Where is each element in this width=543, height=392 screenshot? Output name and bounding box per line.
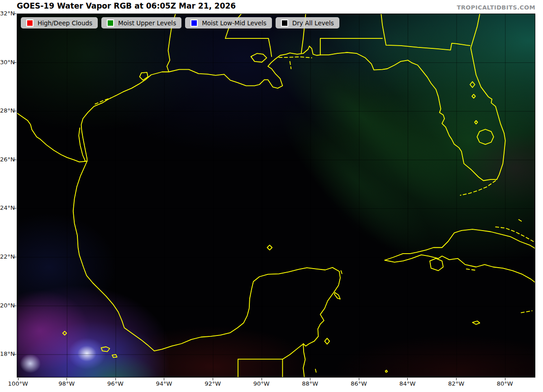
atlantic-coast <box>471 14 505 179</box>
florida-keys <box>460 181 495 195</box>
satellite-image-page: GOES-19 Water Vapor RGB at 06:05Z Mar 21… <box>0 0 543 392</box>
turneffe-atoll <box>315 369 317 374</box>
legend-label: High/Deep Clouds <box>38 19 92 27</box>
lon-tick-label: 92°W <box>198 380 227 387</box>
lat-tick-label: 20°N <box>0 302 14 309</box>
belize-guatemala-borders <box>238 359 282 378</box>
banco-chinchorro <box>325 338 330 344</box>
ga-fl-border <box>385 38 470 50</box>
cuba-south-coast <box>385 255 535 283</box>
texas-coast <box>81 72 169 161</box>
cozumel-island <box>334 293 340 299</box>
lat-tick-label: 18°N <box>0 350 14 357</box>
lon-tick-label: 96°W <box>101 380 130 387</box>
lon-tick-label: 80°W <box>491 380 519 387</box>
lat-tick-label: 22°N <box>0 253 14 260</box>
lon-tick-label: 84°W <box>393 380 422 387</box>
lon-tick-label: 100°W <box>4 380 33 387</box>
ga-al-border <box>381 14 385 38</box>
lon-tick-label: 88°W <box>295 380 324 387</box>
moist-low-mid-swatch-icon <box>191 19 198 27</box>
lake-pontchartrain <box>251 53 267 62</box>
legend-item-high-deep-clouds: High/Deep Clouds <box>21 17 98 28</box>
lon-tick-label: 90°W <box>247 380 276 387</box>
matagorda-inner <box>95 98 111 104</box>
lon-tick-label: 94°W <box>149 380 178 387</box>
isla-contoy <box>341 271 343 274</box>
lat-tick-label: 28°N <box>0 107 14 114</box>
legend-label: Dry All Levels <box>292 19 334 27</box>
watermark: TROPICALTIDBITS.COM <box>457 4 535 11</box>
ms-barrier-islands <box>279 57 312 58</box>
lat-tick-label: 30°N <box>0 59 14 66</box>
swan-island <box>386 370 388 373</box>
lon-tick-label: 86°W <box>344 380 373 387</box>
legend-label: Moist Upper Levels <box>118 19 176 27</box>
lat-tick-label: 32°N <box>0 10 14 17</box>
mexico-yucatan-belize-coast <box>73 161 340 378</box>
lake-miguel-aleman-2 <box>112 354 117 358</box>
al-fl-border <box>320 38 382 55</box>
legend-label: Moist Low-Mid Levels <box>202 19 267 27</box>
rio-grande-river <box>17 113 87 162</box>
lon-tick-label: 82°W <box>442 380 471 387</box>
lake-miguel-aleman <box>101 347 110 352</box>
lake-valsequillo <box>63 331 67 335</box>
fl-lake-small-1 <box>472 94 476 99</box>
fl-lake-george <box>470 82 475 88</box>
dry-all-levels-swatch-icon <box>281 19 288 27</box>
moist-upper-swatch-icon <box>107 19 114 27</box>
rio-hondo-border <box>282 345 303 359</box>
high-deep-clouds-swatch-icon <box>26 19 33 27</box>
cay-sal-bank <box>519 220 523 222</box>
coastline-layer <box>17 14 535 378</box>
alacranes-reef <box>267 245 272 250</box>
lake-okeechobee <box>477 129 494 144</box>
louisiana-ms-al-coast <box>169 46 320 88</box>
lon-tick-label: 98°W <box>52 380 81 387</box>
fl-lake-small-2 <box>475 121 478 124</box>
legend: High/Deep Clouds Moist Upper Levels Mois… <box>21 17 339 28</box>
legend-item-moist-upper: Moist Upper Levels <box>101 17 181 28</box>
cayman-brac-dashes <box>521 311 532 312</box>
cuba-south-cays <box>467 269 475 270</box>
lat-tick-label: 24°N <box>0 204 14 211</box>
page-title: GOES-19 Water Vapor RGB at 06:05Z Mar 21… <box>17 1 236 10</box>
lat-tick-label: 26°N <box>0 156 14 163</box>
cuba-north-coast <box>385 229 535 260</box>
grand-cayman <box>472 321 480 325</box>
legend-item-dry: Dry All Levels <box>276 17 339 28</box>
isla-de-la-juventud <box>430 259 443 271</box>
legend-item-moist-low-mid: Moist Low-Mid Levels <box>185 17 272 28</box>
la-ms-border-pearl-river <box>225 38 272 57</box>
florida-gulf-coast <box>320 52 497 181</box>
satellite-map: High/Deep Clouds Moist Upper Levels Mois… <box>17 14 535 378</box>
